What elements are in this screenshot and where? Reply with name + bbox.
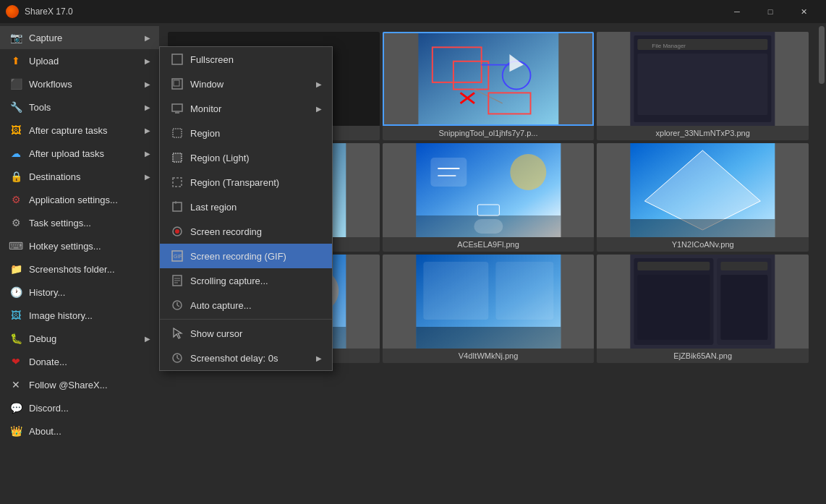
- img-history-icon: 🖼: [9, 308, 23, 323]
- hotkey-icon: ⌨: [9, 239, 23, 253]
- screenshots-icon: 📁: [9, 262, 23, 276]
- image-name-plain: xplorer_33NLmNTxP3.png: [597, 126, 809, 140]
- maximize-button[interactable]: □: [754, 0, 787, 23]
- image-thumb-win11b: [597, 143, 809, 237]
- screenshot-delay-icon: [170, 351, 184, 365]
- debug-label: Debug: [29, 333, 56, 344]
- sidebar-item-hotkey-settings[interactable]: ⌨ Hotkey settings...: [0, 234, 159, 257]
- upload-label: Upload: [29, 56, 59, 67]
- close-button[interactable]: ✕: [787, 0, 820, 23]
- sidebar-item-about[interactable]: 👑 About...: [0, 419, 159, 443]
- scrolling-capture-label: Scrolling capture...: [190, 276, 268, 286]
- follow-label: Follow @ShareX...: [29, 380, 108, 390]
- image-card-win11d[interactable]: V4dItWMkNj.png: [383, 255, 595, 363]
- workflows-label: Workflows: [29, 79, 72, 90]
- image-card-snippet1[interactable]: SnippingTool_ol1jhfs7y7.p...: [383, 32, 595, 140]
- sidebar-item-after-upload[interactable]: ☁ After upload tasks ▶: [0, 142, 159, 165]
- scrolling-capture-icon: [170, 273, 184, 288]
- menu-screen-recording[interactable]: Screen recording: [160, 219, 332, 244]
- sidebar-item-task-settings[interactable]: ⚙ Task settings...: [0, 211, 159, 234]
- capture-submenu: Fullscreen Window ▶ Monitor ▶ Region: [159, 46, 333, 371]
- sidebar-item-tools[interactable]: 🔧 Tools ▶: [0, 95, 159, 119]
- hotkey-label: Hotkey settings...: [29, 241, 101, 252]
- sidebar-item-discord[interactable]: 💬 Discord...: [0, 396, 159, 419]
- menu-scrolling-capture[interactable]: Scrolling capture...: [160, 268, 332, 293]
- upload-icon: ⬆: [9, 54, 23, 68]
- sidebar-item-after-capture[interactable]: 🖼 After capture tasks ▶: [0, 119, 159, 142]
- screenshot-delay-label: Screenshot delay: 0s: [190, 353, 278, 364]
- svg-rect-71: [721, 262, 768, 270]
- fullscreen-label: Fullscreen: [190, 54, 234, 65]
- capture-label: Capture: [29, 33, 62, 43]
- after-upload-arrow: ▶: [145, 150, 150, 158]
- tools-label: Tools: [29, 102, 51, 113]
- svg-rect-50: [430, 158, 467, 187]
- sidebar-item-app-settings[interactable]: ⚙ Application settings...: [0, 188, 159, 211]
- app-logo: [6, 5, 19, 18]
- app-title: ShareX 17.0: [25, 7, 720, 17]
- menu-show-cursor[interactable]: Show cursor: [160, 321, 332, 346]
- screenshot-delay-arrow: ▶: [316, 354, 322, 362]
- sidebar-item-destinations[interactable]: 🔒 Destinations ▶: [0, 165, 159, 188]
- menu-region-light[interactable]: Region (Light): [160, 145, 332, 170]
- sidebar-item-history[interactable]: 🕐 History...: [0, 281, 159, 304]
- svg-text:GIF: GIF: [174, 254, 182, 259]
- screen-recording-gif-icon: GIF: [170, 249, 184, 263]
- menu-region[interactable]: Region: [160, 121, 332, 145]
- menu-fullscreen[interactable]: Fullscreen: [160, 47, 332, 72]
- workflows-arrow: ▶: [145, 80, 150, 88]
- svg-rect-0: [172, 54, 182, 64]
- sidebar-item-capture[interactable]: 📷 Capture ▶: [0, 26, 159, 49]
- menu-auto-capture[interactable]: Auto capture...: [160, 293, 332, 317]
- image-name-win11b: Y1N2ICoANv.png: [597, 237, 809, 252]
- discord-label: Discord...: [29, 403, 69, 414]
- image-card-win11e[interactable]: EjZBik65AN.png: [597, 255, 809, 363]
- main-container: 📷 Capture ▶ ⬆ Upload ▶ ⬛ Workflows ▶ 🔧 T…: [0, 23, 826, 504]
- sidebar-item-img-history[interactable]: 🖼 Image history...: [0, 304, 159, 327]
- minimize-button[interactable]: ─: [720, 0, 754, 23]
- app-settings-label: Application settings...: [29, 195, 118, 205]
- debug-arrow: ▶: [145, 335, 150, 343]
- menu-last-region[interactable]: Last region: [160, 195, 332, 219]
- svg-rect-66: [495, 262, 553, 320]
- image-card-win11b[interactable]: Y1N2ICoANv.png: [597, 143, 809, 252]
- menu-window[interactable]: Window ▶: [160, 72, 332, 96]
- svg-rect-72: [638, 275, 710, 340]
- discord-icon: 💬: [9, 401, 23, 415]
- window-label: Window: [190, 79, 223, 90]
- tools-arrow: ▶: [145, 103, 150, 111]
- svg-rect-5: [173, 129, 182, 137]
- titlebar: ShareX 17.0 ─ □ ✕: [0, 0, 826, 23]
- menu-region-transparent[interactable]: Region (Transparent): [160, 170, 332, 195]
- sidebar-item-donate[interactable]: ❤ Donate...: [0, 350, 159, 373]
- screen-recording-gif-label: Screen recording (GIF): [190, 251, 286, 262]
- screen-recording-label: Screen recording: [190, 226, 262, 237]
- show-cursor-icon: [170, 326, 184, 341]
- menu-screen-recording-gif[interactable]: GIF Screen recording (GIF): [160, 244, 332, 268]
- menu-screenshot-delay[interactable]: Screenshot delay: 0s ▶: [160, 346, 332, 370]
- scrollbar-thumb[interactable]: [819, 26, 825, 84]
- show-cursor-label: Show cursor: [190, 328, 242, 339]
- menu-monitor[interactable]: Monitor ▶: [160, 96, 332, 121]
- image-thumb-win11a: [383, 143, 595, 237]
- scrollbar[interactable]: [817, 23, 826, 504]
- sidebar-item-debug[interactable]: 🐛 Debug ▶: [0, 327, 159, 350]
- svg-rect-3: [172, 104, 182, 111]
- image-card-win11a[interactable]: ACEsELA9Fl.png: [383, 143, 595, 252]
- sidebar-item-follow[interactable]: ✕ Follow @ShareX...: [0, 373, 159, 396]
- after-capture-arrow: ▶: [145, 127, 150, 134]
- image-name-win11e: EjZBik65AN.png: [597, 349, 809, 363]
- capture-arrow: ▶: [145, 34, 150, 42]
- fullscreen-icon: [170, 52, 184, 67]
- image-name-win11a: ACEsELA9Fl.png: [383, 237, 595, 252]
- sidebar-item-workflows[interactable]: ⬛ Workflows ▶: [0, 72, 159, 95]
- region-label: Region: [190, 128, 220, 139]
- image-thumb-win11d: [383, 255, 595, 349]
- image-card-plain[interactable]: File Manager xplorer_33NLmNTxP3.png: [597, 32, 809, 140]
- destinations-icon: 🔒: [9, 169, 23, 184]
- svg-line-20: [177, 305, 179, 307]
- about-icon: 👑: [9, 424, 23, 438]
- sidebar-item-upload[interactable]: ⬆ Upload ▶: [0, 49, 159, 72]
- sidebar-item-screenshots[interactable]: 📁 Screenshots folder...: [0, 257, 159, 281]
- image-name-snippet1: SnippingTool_ol1jhfs7y7.p...: [383, 126, 595, 140]
